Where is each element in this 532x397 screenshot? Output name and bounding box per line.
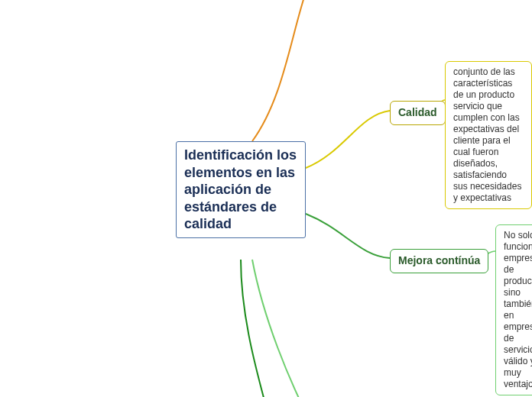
branch-mejora-label: Mejora contínúa [398,254,480,266]
detail-calidad[interactable]: conjunto de las características de un pr… [445,61,532,209]
detail-mejora-text: No solo es funcional a empresas de produ… [504,230,532,389]
root-node[interactable]: Identificación los elementos en las apli… [176,141,306,238]
mindmap-canvas: Identificación los elementos en las apli… [0,0,532,397]
detail-mejora[interactable]: No solo es funcional a empresas de produ… [495,224,532,395]
detail-calidad-text: conjunto de las características de un pr… [453,66,521,203]
branch-calidad-label: Calidad [398,106,437,118]
branch-mejora[interactable]: Mejora contínúa [390,249,488,273]
root-title: Identificación los elementos en las apli… [184,147,297,231]
branch-calidad[interactable]: Calidad [390,101,446,125]
